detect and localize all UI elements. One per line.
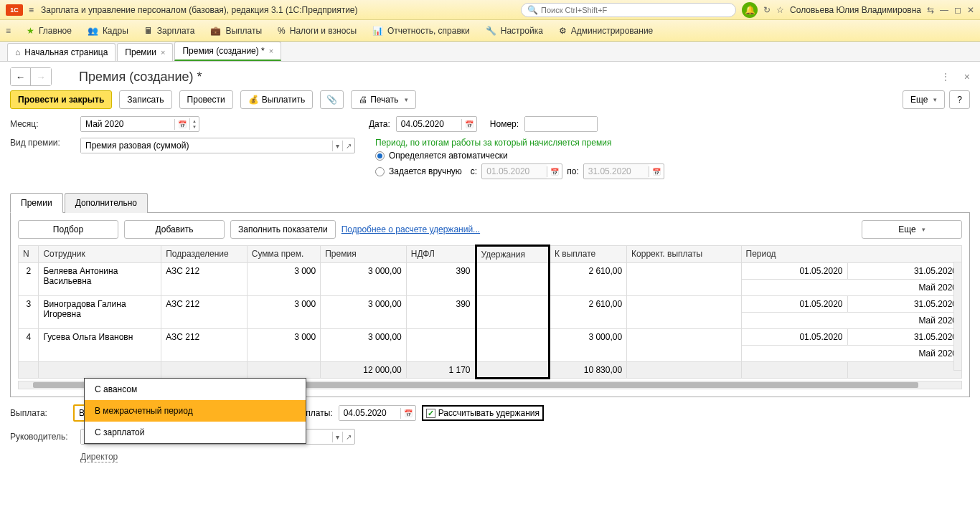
toolbar: Провести и закрыть Записать Провести 💰Вы…: [10, 90, 970, 109]
menu-dots-icon[interactable]: ⋮: [941, 72, 950, 82]
col-pay[interactable]: К выплате: [549, 246, 626, 263]
calendar-icon[interactable]: 📅: [649, 166, 664, 177]
number-input-group: [524, 116, 598, 132]
col-corr[interactable]: Коррект. выплаты: [627, 246, 741, 263]
radio-icon[interactable]: [375, 167, 385, 176]
close-icon[interactable]: ×: [161, 48, 165, 57]
wallet-icon: 💰: [248, 95, 259, 105]
month-spinner[interactable]: ▲▼: [189, 118, 199, 130]
dd-item-mejras[interactable]: В межрасчетный период: [85, 400, 306, 422]
maximize-icon[interactable]: ◻: [954, 5, 961, 15]
open-icon[interactable]: ↗: [342, 432, 354, 442]
menu-kadry[interactable]: 👥Кадры: [88, 26, 128, 36]
history-icon[interactable]: ↻: [763, 5, 771, 15]
minimize-icon[interactable]: —: [940, 5, 948, 15]
tab-active[interactable]: Премия (создание) *×: [174, 42, 281, 61]
employees-table[interactable]: N Сотрудник Подразделение Сумма прем. Пр…: [18, 245, 962, 379]
dropdown-icon[interactable]: ▾: [332, 141, 342, 151]
menu-vyplaty[interactable]: 💼Выплаты: [210, 26, 262, 36]
table-row[interactable]: 2Беляева Антонина ВасильевнаАЗС 2123 000…: [19, 263, 962, 280]
director-link[interactable]: Директор: [80, 452, 118, 462]
write-button[interactable]: Записать: [119, 90, 171, 109]
pick-button[interactable]: Подбор: [18, 220, 118, 239]
tab-premii[interactable]: Премии×: [117, 43, 173, 61]
month-input[interactable]: [81, 117, 174, 131]
burger-icon[interactable]: ≡: [29, 5, 34, 15]
checkbox-icon[interactable]: [426, 409, 435, 418]
help-button[interactable]: ?: [949, 90, 970, 109]
nav-row: ← → Премия (создание) * ⋮ ×: [10, 67, 970, 86]
pay-button[interactable]: 💰Выплатить: [240, 90, 314, 109]
period-from-input[interactable]: [482, 164, 547, 179]
hold-link[interactable]: Подробнее о расчете удержаний...: [341, 224, 480, 234]
add-button[interactable]: Добавить: [124, 220, 225, 239]
post-close-button[interactable]: Провести и закрыть: [10, 90, 112, 109]
menu-nalogi[interactable]: %Налоги и взносы: [278, 26, 357, 36]
number-label: Номер:: [490, 119, 519, 129]
dropdown-icon[interactable]: ▾: [332, 432, 342, 442]
number-input[interactable]: [525, 117, 597, 131]
scrollbar-vertical[interactable]: [953, 262, 962, 371]
dd-item-zarplata[interactable]: С зарплатой: [85, 422, 306, 443]
calendar-icon[interactable]: 📅: [547, 166, 562, 177]
col-emp[interactable]: Сотрудник: [39, 246, 161, 263]
menu-otchet[interactable]: 📊Отчетность, справки: [372, 26, 470, 36]
col-sum[interactable]: Сумма прем.: [247, 246, 320, 263]
inner-tab-premii[interactable]: Премии: [10, 193, 63, 213]
nav-back-button[interactable]: ←: [11, 68, 31, 85]
bell-icon[interactable]: 🔔: [742, 2, 758, 18]
tab-more-button[interactable]: Еще: [862, 220, 962, 239]
calendar-icon[interactable]: 📅: [174, 119, 189, 130]
report-icon: 📊: [372, 26, 383, 36]
search-box[interactable]: 🔍: [521, 3, 736, 17]
table-row[interactable]: 3Виноградова Галина ИгоревнаАЗС 2123 000…: [19, 296, 962, 313]
post-button[interactable]: Провести: [179, 90, 233, 109]
menu-zarplata[interactable]: 🖩Зарплата: [144, 26, 195, 36]
print-button[interactable]: 🖨Печать: [351, 90, 415, 109]
tab-home[interactable]: ⌂Начальная страница: [7, 43, 116, 61]
titlebar: 1C ≡ Зарплата и управление персоналом (б…: [0, 0, 980, 20]
table-row[interactable]: 4Гусева Ольга ИвановнАЗС 2123 0003 000,0…: [19, 329, 962, 346]
close-icon[interactable]: ×: [269, 47, 273, 55]
calendar-icon[interactable]: 📅: [461, 119, 476, 130]
close-window-icon[interactable]: ✕: [967, 5, 974, 15]
period-title: Период, по итогам работы за который начи…: [375, 138, 664, 148]
plandate-group: 📅: [339, 405, 416, 421]
col-hold[interactable]: Удержания: [476, 246, 549, 263]
calc-hold-checkbox[interactable]: Рассчитывать удержания: [422, 405, 544, 421]
plandate-input[interactable]: [339, 406, 400, 420]
attach-button[interactable]: 📎: [320, 90, 344, 109]
col-bonus[interactable]: Премия: [321, 246, 407, 263]
date-input[interactable]: [397, 117, 461, 131]
col-ndfl[interactable]: НДФЛ: [406, 246, 476, 263]
inner-tab-dop[interactable]: Дополнительно: [65, 193, 148, 213]
radio-manual[interactable]: Задается вручную с: 📅 по: 📅: [375, 163, 664, 179]
close-page-icon[interactable]: ×: [964, 71, 970, 82]
col-n[interactable]: N: [19, 246, 39, 263]
menu-main[interactable]: ★Главное: [27, 26, 72, 36]
type-label: Вид премии:: [10, 138, 75, 148]
menu-admin[interactable]: ⚙Администрирование: [559, 26, 653, 36]
period-to-input[interactable]: [584, 164, 649, 179]
dd-item-avans[interactable]: С авансом: [85, 379, 306, 400]
more-button[interactable]: Еще: [903, 90, 945, 109]
col-dept[interactable]: Подразделение: [161, 246, 248, 263]
fill-button[interactable]: Заполнить показатели: [230, 220, 336, 239]
menu-nastroika[interactable]: 🔧Настройка: [486, 26, 543, 36]
search-input[interactable]: [541, 6, 730, 14]
user-name[interactable]: Соловьева Юлия Владимировна: [790, 5, 921, 15]
open-icon[interactable]: ↗: [342, 141, 354, 151]
star-icon[interactable]: ☆: [776, 5, 784, 15]
table-total-row: 12 000,001 17010 830,00: [19, 362, 962, 379]
filter-icon[interactable]: ⇆: [927, 5, 934, 15]
col-period[interactable]: Период: [741, 246, 962, 263]
radio-icon[interactable]: [375, 151, 385, 161]
menu-burger-icon[interactable]: ≡: [6, 26, 11, 36]
type-input[interactable]: [81, 138, 332, 153]
calendar-icon[interactable]: 📅: [400, 408, 415, 419]
radio-auto[interactable]: Определяется автоматически: [375, 151, 664, 161]
grid-wrap: N Сотрудник Подразделение Сумма прем. Пр…: [18, 245, 962, 379]
gear-icon: ⚙: [559, 26, 567, 36]
payment-dropdown-menu: С авансом В межрасчетный период С зарпла…: [84, 378, 306, 444]
nav-fwd-button[interactable]: →: [31, 68, 51, 85]
